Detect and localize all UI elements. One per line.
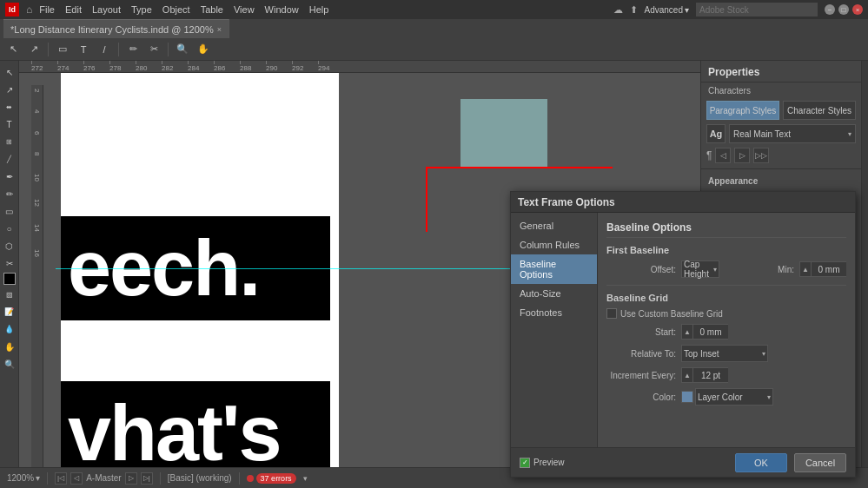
menu-edit[interactable]: Edit [65, 4, 82, 15]
lt-text[interactable]: T [2, 116, 17, 132]
start-row: Start: ▲ 0 mm [606, 324, 846, 340]
menu-file[interactable]: File [39, 4, 55, 15]
line-tool[interactable]: / [95, 40, 114, 59]
spacing-row: ¶ ◁ ▷ ▷▷ [701, 146, 861, 165]
relative-to-row: Relative To: Top Inset ▾ [606, 345, 846, 362]
text-frame-options-dialog[interactable]: Text Frame Options General Column Rules … [510, 191, 856, 478]
start-stepper-up[interactable]: ▲ [681, 324, 693, 340]
start-value: 0 mm [693, 324, 728, 340]
minimize-button[interactable]: − [825, 4, 835, 15]
increment-stepper[interactable]: ▲ 12 pt [681, 367, 728, 383]
offset-label: Offset: [606, 265, 676, 274]
lt-ellipse[interactable]: ○ [2, 221, 17, 236]
right-scrollbar[interactable] [861, 61, 868, 467]
character-styles-button[interactable]: Character Styles [783, 101, 856, 120]
zoom-control[interactable]: 1200% ▾ [7, 473, 40, 483]
color-select[interactable]: Layer Color ▾ [695, 388, 773, 406]
scissors-tool[interactable]: ✂ [144, 40, 163, 59]
dialog-nav-auto-size[interactable]: Auto-Size [511, 284, 597, 303]
errors-dropdown[interactable]: ▾ [303, 474, 308, 483]
menu-help[interactable]: Help [309, 4, 329, 15]
lt-zoom[interactable]: 🔍 [2, 356, 17, 372]
lt-hand[interactable]: ✋ [2, 339, 17, 354]
ok-button[interactable]: OK [735, 453, 787, 472]
lt-eyedrop[interactable]: 💧 [2, 321, 17, 337]
lt-pen[interactable]: ✒ [2, 168, 17, 184]
spacing-btn-1[interactable]: ◁ [715, 148, 731, 163]
increment-row: Increment Every: ▲ 12 pt [606, 367, 846, 383]
lt-note[interactable]: 📝 [2, 304, 17, 320]
first-baseline-header: First Baseline [606, 245, 846, 255]
offset-dropdown-arrow: ▾ [713, 266, 717, 274]
dialog-nav-general[interactable]: General [511, 216, 597, 235]
page-nav: |◁ ◁ A-Master ▷ ▷| [55, 472, 153, 485]
dialog-body: General Column Rules Baseline Options Au… [511, 213, 855, 447]
offset-select[interactable]: Cap Height ▾ [681, 260, 719, 278]
errors-badge: 37 errors [256, 473, 296, 484]
pencil-tool[interactable]: ✏ [123, 40, 142, 59]
selection-tool[interactable]: ↖ [3, 40, 23, 59]
advanced-button[interactable]: Advanced ▾ [645, 5, 689, 15]
min-stepper-down[interactable]: ▲ [799, 261, 812, 277]
errors-dot [247, 475, 254, 482]
relative-to-value: Top Inset [684, 349, 719, 359]
zoom-tool[interactable]: 🔍 [173, 40, 192, 59]
menu-layout[interactable]: Layout [92, 4, 121, 15]
document-tab[interactable]: *Long Distance Itinerary Cyclists.indd @… [3, 19, 229, 38]
menu-type[interactable]: Type [131, 4, 152, 15]
spacing-btn-3[interactable]: ▷▷ [753, 148, 769, 163]
lt-scissors[interactable]: ✂ [2, 255, 17, 271]
menu-view[interactable]: View [234, 4, 255, 15]
dialog-nav-baseline-options[interactable]: Baseline Options [511, 254, 597, 284]
close-button[interactable]: × [852, 4, 863, 15]
color-row: Color: Layer Color ▾ [606, 388, 846, 406]
use-custom-checkbox[interactable] [606, 308, 617, 319]
errors-section: 37 errors [247, 473, 296, 484]
share-icon: ⬆ [630, 4, 638, 16]
lt-poly[interactable]: ⬡ [2, 238, 17, 254]
menu-table[interactable]: Table [201, 4, 223, 15]
next-page-button[interactable]: ▷ [125, 472, 137, 485]
font-name-dropdown[interactable]: Real Main Text ▾ [729, 124, 856, 143]
search-input[interactable] [696, 3, 818, 16]
lt-table[interactable]: ⊞ [2, 134, 17, 149]
first-page-button[interactable]: |◁ [55, 472, 67, 485]
appearance-title: Appearance [701, 173, 861, 189]
lt-pencil[interactable]: ✏ [2, 186, 17, 201]
increment-stepper-up[interactable]: ▲ [681, 367, 693, 383]
start-stepper[interactable]: ▲ 0 mm [681, 324, 728, 340]
prev-page-button[interactable]: ◁ [70, 472, 83, 485]
paragraph-styles-button[interactable]: Paragraph Styles [706, 101, 779, 120]
direct-select-tool[interactable]: ↗ [24, 40, 43, 59]
min-label: Min: [725, 265, 794, 274]
frame-tool[interactable]: ▭ [53, 40, 72, 59]
preview-checkbox[interactable]: ✓ [520, 458, 530, 468]
maximize-button[interactable]: □ [838, 4, 849, 15]
lt-color[interactable] [3, 273, 16, 285]
min-stepper[interactable]: ▲ 0 mm [799, 261, 846, 277]
left-toolbar: ↖ ↗ ⬌ T ⊞ ╱ ✒ ✏ ▭ ○ ⬡ ✂ ▨ 📝 💧 ✋ 🔍 [0, 61, 19, 467]
menu-window[interactable]: Window [265, 4, 299, 15]
home-icon[interactable]: ⌂ [26, 3, 32, 16]
text-tool[interactable]: T [74, 40, 93, 59]
tab-close-button[interactable]: × [217, 25, 222, 34]
offset-value: Cap Height [684, 260, 713, 279]
cancel-button[interactable]: Cancel [794, 453, 846, 472]
dialog-nav-footnotes[interactable]: Footnotes [511, 303, 597, 322]
dialog-sidebar: General Column Rules Baseline Options Au… [511, 213, 598, 447]
last-page-button[interactable]: ▷| [141, 472, 153, 485]
hand-tool[interactable]: ✋ [194, 40, 213, 59]
color-control[interactable]: Layer Color ▾ [681, 388, 773, 406]
relative-to-select[interactable]: Top Inset ▾ [681, 345, 768, 362]
lt-rect[interactable]: ▭ [2, 203, 17, 219]
tool-separator-3 [168, 43, 169, 56]
status-sep-1 [47, 472, 48, 485]
spacing-btn-2[interactable]: ▷ [734, 148, 750, 163]
lt-select[interactable]: ↖ [2, 64, 17, 80]
lt-line[interactable]: ╱ [2, 151, 17, 167]
dialog-nav-column-rules[interactable]: Column Rules [511, 235, 597, 254]
lt-direct[interactable]: ↗ [2, 82, 17, 97]
lt-gap[interactable]: ⬌ [2, 99, 17, 115]
menu-object[interactable]: Object [162, 4, 190, 15]
lt-gradient[interactable]: ▨ [2, 287, 17, 302]
